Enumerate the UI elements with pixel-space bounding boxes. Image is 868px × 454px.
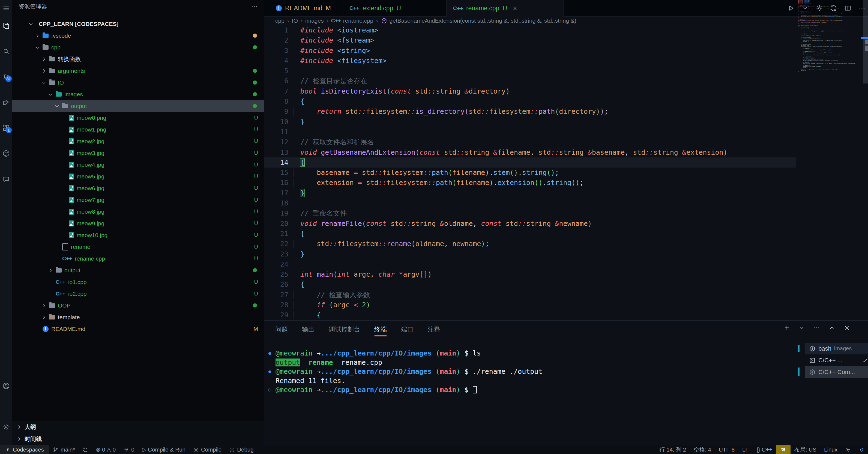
terminal-list-item[interactable]: C/C++ Com... (805, 366, 868, 378)
line-number: 4 (264, 56, 288, 66)
terminal-list-item[interactable]: C/C++ ... (805, 355, 868, 366)
terminal-output[interactable]: ●@meowrain →.../cpp_learn/cpp/IO/images … (276, 349, 542, 395)
terminal-dropdown-icon[interactable] (799, 324, 805, 331)
problems-status[interactable]: ⊗ 0 △ 0 (92, 445, 120, 454)
tree-item[interactable]: 转换函数 (12, 53, 264, 65)
panel-tab-端口[interactable]: 端口 (401, 321, 413, 338)
indentation[interactable]: 空格: 4 (690, 445, 715, 454)
breadcrumb-item[interactable]: IO (292, 18, 298, 24)
code-line: void getBasenameAndExtension(const std::… (300, 147, 868, 157)
tree-item[interactable]: template (12, 311, 264, 323)
breadcrumb-item[interactable]: images (305, 18, 324, 24)
explorer-icon[interactable] (0, 20, 12, 32)
tree-item[interactable]: meow8.jpgU (12, 206, 264, 217)
github-icon[interactable] (0, 147, 12, 159)
panel-tab-注释[interactable]: 注释 (428, 321, 440, 338)
panel-tab-问题[interactable]: 问题 (275, 321, 288, 338)
minimap[interactable]: #include <iostream>#include <fstream>#in… (798, 0, 861, 295)
tree-item[interactable]: meow0.pngU (12, 112, 264, 124)
terminal-list-item[interactable]: bashimages (805, 343, 868, 355)
tree-item[interactable]: meow4.jpgU (12, 159, 264, 171)
tree-item[interactable]: meow10.jpgU (12, 229, 264, 241)
panel-tab-输出[interactable]: 输出 (302, 321, 314, 338)
tree-item-label: meow10.jpg (76, 232, 107, 238)
tree-item[interactable]: cpp (12, 41, 264, 53)
tab-extend.cpp[interactable]: C++extend.cppU (343, 0, 446, 17)
account-icon[interactable] (0, 380, 12, 392)
tab-README.md[interactable]: iREADME.mdM (270, 0, 343, 17)
more-actions-icon[interactable] (251, 3, 258, 11)
tree-item[interactable]: IO (12, 77, 264, 88)
tree-item[interactable]: C++io1.cppU (12, 276, 264, 288)
tree-item[interactable]: output (12, 100, 264, 112)
tree-item[interactable]: iREADME.mdM (12, 323, 264, 335)
cursor-position[interactable]: 行 14, 列 2 (655, 445, 690, 454)
compile-run-button[interactable]: ▷ Compile & Run (138, 445, 189, 454)
code-line (300, 198, 868, 208)
tree-item[interactable]: meow5.jpgU (12, 171, 264, 182)
tree-item[interactable]: C++rename.cppU (12, 253, 264, 264)
source-control-icon[interactable]: 31 (0, 70, 12, 82)
tree-item-label: meow7.jpg (76, 197, 104, 203)
gear-icon (193, 447, 199, 453)
breadcrumb-item[interactable]: getBasenameAndExtension(const std::strin… (390, 18, 577, 24)
remote-indicator[interactable]: Codespaces (0, 445, 49, 454)
tree-item[interactable]: meow3.jpgU (12, 147, 264, 159)
tree-item[interactable]: CPP_LEARN [CODESPACES] (12, 18, 264, 30)
images-folder-icon (56, 92, 62, 97)
eol[interactable]: LF (738, 445, 753, 454)
tree-item[interactable]: meow6.jpgU (12, 182, 264, 194)
line-number: 22 (264, 239, 288, 249)
code-editor[interactable]: 1234567891011121314151617181920212223242… (264, 25, 868, 320)
new-terminal-icon[interactable] (783, 324, 790, 331)
sidebar-section-timeline[interactable]: 时间线 (12, 433, 264, 445)
cpp-file-icon: C++ (56, 279, 65, 285)
tree-item[interactable]: C++io2.cppU (12, 288, 264, 300)
settings-gear-icon[interactable] (0, 421, 12, 433)
tree-item[interactable]: OOP (12, 300, 264, 311)
language-mode[interactable]: {} C++ (753, 445, 776, 454)
assistant-cat-badge[interactable] (776, 445, 790, 454)
tree-item[interactable]: output (12, 264, 264, 276)
tree-item[interactable]: arguments (12, 65, 264, 77)
keyboard-layout[interactable]: 布局: US (790, 445, 820, 454)
encoding[interactable]: UTF-8 (715, 445, 738, 454)
close-panel-icon[interactable] (843, 324, 850, 331)
tree-item[interactable]: images (12, 88, 264, 100)
panel-tab-调试控制台[interactable]: 调试控制台 (329, 321, 360, 338)
line-number: 6 (264, 76, 288, 86)
sidebar-section-outline[interactable]: 大纲 (12, 421, 264, 433)
more-actions-icon[interactable] (813, 324, 820, 331)
maximize-panel-icon[interactable] (829, 324, 835, 331)
tree-item[interactable]: meow2.jpgU (12, 135, 264, 147)
compile-button[interactable]: Compile (189, 445, 225, 454)
notifications-bell[interactable] (855, 445, 868, 454)
panel-tab-终端[interactable]: 终端 (374, 321, 387, 338)
tree-item[interactable]: renameU (12, 241, 264, 253)
tree-item[interactable]: meow1.pngU (12, 124, 264, 135)
tree-item-label: meow5.jpg (76, 173, 104, 180)
terminal-decoration-bar (798, 345, 800, 352)
branch-status[interactable]: main* (49, 445, 79, 454)
breadcrumb-item[interactable]: rename.cpp (343, 18, 373, 24)
close-icon[interactable] (512, 5, 518, 11)
chat-icon[interactable] (0, 173, 12, 185)
command-status-dot: ● (269, 349, 271, 358)
tree-item[interactable]: .vscode (12, 30, 264, 41)
search-icon[interactable] (0, 45, 12, 57)
run-button[interactable] (787, 5, 795, 12)
tree-item[interactable]: meow7.jpgU (12, 194, 264, 206)
breadcrumb-item[interactable]: cpp (275, 18, 284, 24)
remote-explorer-icon[interactable] (841, 445, 855, 454)
tab-rename.cpp[interactable]: C++rename.cppU (447, 0, 564, 17)
debug-button[interactable]: Debug (225, 445, 257, 454)
extensions-icon[interactable]: 1 (0, 122, 12, 134)
current-line-highlight (264, 157, 796, 168)
run-debug-icon[interactable] (0, 96, 12, 108)
tree-item[interactable]: meow9.jpgU (12, 217, 264, 229)
sync-button[interactable] (79, 445, 92, 454)
menu-icon[interactable] (0, 2, 12, 14)
os-indicator[interactable]: Linux (820, 445, 841, 454)
breadcrumb-separator: › (327, 18, 329, 24)
ports-status[interactable]: 0 (120, 445, 138, 454)
